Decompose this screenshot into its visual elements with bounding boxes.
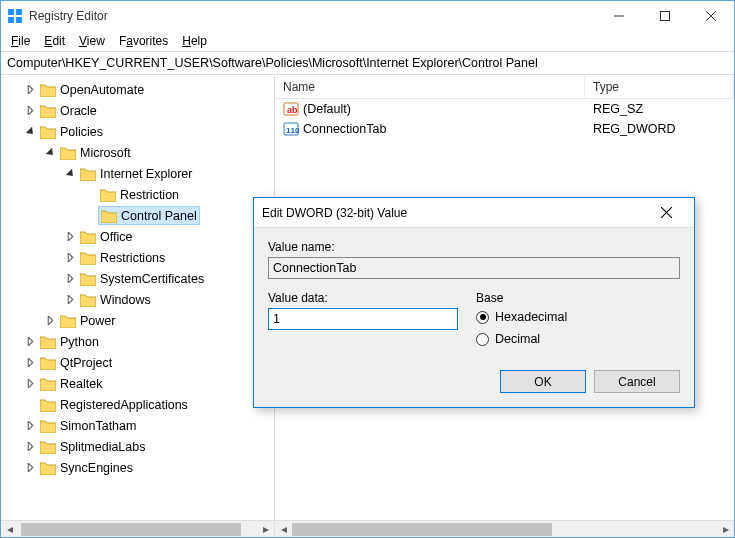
tree-node[interactable]: Microsoft (1, 142, 274, 163)
col-type[interactable]: Type (585, 76, 734, 98)
menu-favorites[interactable]: Favorites (113, 32, 174, 50)
tree-node-selected[interactable]: Control Panel (1, 205, 274, 226)
list-hscrollbar[interactable]: ◂ ▸ (275, 520, 734, 537)
menu-edit[interactable]: Edit (38, 32, 71, 50)
col-name[interactable]: Name (275, 76, 585, 98)
tree-node[interactable]: Policies (1, 121, 274, 142)
tree-hscrollbar[interactable]: ◂ ▸ (1, 520, 274, 537)
svg-rect-1 (16, 9, 22, 15)
radio-button-icon (476, 333, 489, 346)
folder-icon (40, 335, 56, 349)
folder-icon (40, 356, 56, 370)
expand-icon[interactable] (23, 463, 38, 472)
tree-node[interactable]: QtProject (1, 352, 274, 373)
expand-icon[interactable] (23, 358, 38, 367)
folder-icon (40, 419, 56, 433)
svg-rect-2 (8, 17, 14, 23)
tree-node[interactable]: SystemCertificates (1, 268, 274, 289)
dialog-titlebar: Edit DWORD (32-bit) Value (254, 198, 694, 228)
minimize-button[interactable] (596, 1, 642, 31)
folder-icon (40, 83, 56, 97)
string-value-icon: ab (283, 101, 299, 117)
dword-value-icon: 110 (283, 121, 299, 137)
expand-icon[interactable] (23, 85, 38, 94)
registry-tree[interactable]: OpenAutomate Oracle Policies Microsoft (1, 75, 274, 520)
folder-icon (40, 440, 56, 454)
folder-icon (80, 167, 96, 181)
menu-view[interactable]: View (73, 32, 111, 50)
tree-node[interactable]: Oracle (1, 100, 274, 121)
tree-node[interactable]: SyncEngines (1, 457, 274, 478)
svg-text:110: 110 (286, 126, 299, 135)
collapse-icon[interactable] (63, 169, 78, 178)
folder-icon (80, 230, 96, 244)
value-type: REG_DWORD (585, 122, 684, 136)
edit-dword-dialog: Edit DWORD (32-bit) Value Value name: Co… (253, 197, 695, 408)
scroll-left-icon[interactable]: ◂ (1, 521, 18, 538)
folder-icon (101, 209, 117, 223)
expand-icon[interactable] (23, 379, 38, 388)
folder-icon (40, 125, 56, 139)
app-icon (7, 8, 23, 24)
expand-icon[interactable] (63, 274, 78, 283)
tree-node[interactable]: SimonTatham (1, 415, 274, 436)
list-header[interactable]: Name Type (275, 75, 734, 99)
tree-node[interactable]: Realtek (1, 373, 274, 394)
tree-node[interactable]: OpenAutomate (1, 79, 274, 100)
valuename-field[interactable]: ConnectionTab (268, 257, 680, 279)
valuedata-field[interactable] (268, 308, 458, 330)
folder-icon (80, 251, 96, 265)
svg-rect-0 (8, 9, 14, 15)
menu-bar: File Edit View Favorites Help (1, 31, 734, 51)
cancel-button[interactable]: Cancel (594, 370, 680, 393)
ok-button[interactable]: OK (500, 370, 586, 393)
folder-icon (60, 314, 76, 328)
list-item[interactable]: 110 ConnectionTab REG_DWORD (275, 119, 734, 139)
svg-rect-3 (16, 17, 22, 23)
folder-icon (40, 104, 56, 118)
tree-node[interactable]: Restrictions (1, 247, 274, 268)
window-title: Registry Editor (29, 9, 108, 23)
expand-icon[interactable] (23, 442, 38, 451)
radio-hex[interactable]: Hexadecimal (476, 310, 680, 324)
collapse-icon[interactable] (23, 127, 38, 136)
folder-icon (80, 272, 96, 286)
maximize-button[interactable] (642, 1, 688, 31)
radio-dec[interactable]: Decimal (476, 332, 680, 346)
tree-node[interactable]: Power (1, 310, 274, 331)
dialog-title: Edit DWORD (32-bit) Value (262, 206, 407, 220)
tree-node[interactable]: Office (1, 226, 274, 247)
close-icon (661, 207, 672, 218)
valuedata-label: Value data: (268, 291, 458, 305)
valuename-label: Value name: (268, 240, 680, 254)
close-button[interactable] (688, 1, 734, 31)
tree-node[interactable]: SplitmediaLabs (1, 436, 274, 457)
tree-pane: OpenAutomate Oracle Policies Microsoft (1, 75, 275, 537)
tree-node[interactable]: Python (1, 331, 274, 352)
scroll-right-icon[interactable]: ▸ (717, 521, 734, 538)
menu-help[interactable]: Help (176, 32, 213, 50)
expand-icon[interactable] (63, 253, 78, 262)
folder-icon (40, 461, 56, 475)
folder-icon (40, 398, 56, 412)
expand-icon[interactable] (23, 421, 38, 430)
collapse-icon[interactable] (43, 148, 58, 157)
scroll-right-icon[interactable]: ▸ (257, 521, 274, 538)
list-item[interactable]: ab (Default) REG_SZ (275, 99, 734, 119)
value-name: ConnectionTab (303, 122, 386, 136)
expand-icon[interactable] (63, 232, 78, 241)
address-bar[interactable]: Computer\HKEY_CURRENT_USER\Software\Poli… (1, 51, 734, 75)
scroll-left-icon[interactable]: ◂ (275, 521, 292, 538)
svg-text:ab: ab (287, 105, 298, 115)
window-titlebar: Registry Editor (1, 1, 734, 31)
expand-icon[interactable] (43, 316, 58, 325)
tree-node[interactable]: Internet Explorer (1, 163, 274, 184)
tree-node[interactable]: Windows (1, 289, 274, 310)
tree-node[interactable]: Restriction (1, 184, 274, 205)
expand-icon[interactable] (23, 337, 38, 346)
dialog-close-button[interactable] (646, 199, 686, 227)
expand-icon[interactable] (23, 106, 38, 115)
expand-icon[interactable] (63, 295, 78, 304)
tree-node[interactable]: RegisteredApplications (1, 394, 274, 415)
menu-file[interactable]: File (5, 32, 36, 50)
